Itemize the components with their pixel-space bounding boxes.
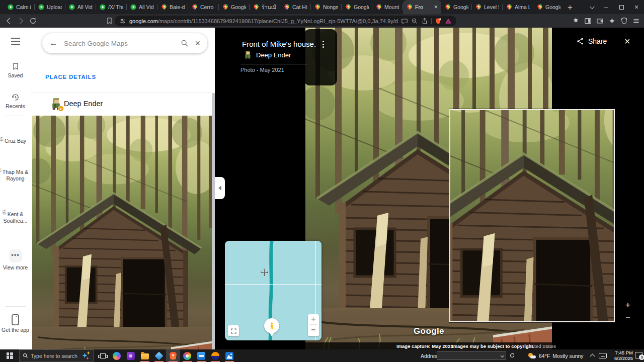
app-icon: [170, 352, 177, 360]
zoom-inset-preview[interactable]: [449, 109, 615, 322]
place-details-tab[interactable]: PLACE DETAILS: [45, 74, 96, 80]
wallet-icon[interactable]: [595, 16, 605, 26]
collapse-panel-button[interactable]: [215, 177, 225, 199]
taskbar-orange-circle-app[interactable]: [208, 349, 222, 362]
browser-tab[interactable]: Fro ×: [403, 0, 441, 14]
more-options-icon[interactable]: [319, 41, 327, 48]
zoom-icon[interactable]: [411, 18, 418, 25]
tab-search-icon[interactable]: [584, 0, 599, 14]
browser-toolbar: google.com/maps/contrib/1153346867949241…: [0, 14, 644, 28]
taskbar-task-view[interactable]: [96, 349, 110, 362]
tab-label: Google: [545, 4, 560, 10]
panel-photo[interactable]: [32, 116, 212, 349]
browser-tab[interactable]: Baie-d' ×: [157, 0, 188, 14]
browser-tab[interactable]: Google ×: [219, 0, 250, 14]
viewer-close-icon[interactable]: ×: [624, 36, 630, 47]
browser-tab[interactable]: Upload ×: [35, 0, 65, 14]
search-icon[interactable]: [181, 39, 189, 47]
brave-shields-icon[interactable]: [435, 18, 442, 25]
photo-zoom-out-button[interactable]: −: [622, 314, 633, 321]
browser-tab[interactable]: Level 90 ×: [472, 0, 503, 14]
chevron-down-icon[interactable]: [501, 354, 504, 357]
notification-center-icon[interactable]: 3: [635, 352, 642, 358]
minimap-zoom-out-button[interactable]: −: [308, 325, 319, 335]
author-row[interactable]: ★ Deep Ender: [31, 93, 212, 116]
shield-icon[interactable]: [619, 16, 629, 26]
rail-get-app[interactable]: Get the app: [0, 314, 31, 333]
back-arrow-icon[interactable]: ←: [49, 38, 58, 48]
leo-ai-icon[interactable]: [607, 16, 617, 26]
browser-tab[interactable]: Google ×: [441, 0, 472, 14]
weather-widget[interactable]: 64°F Mostly sunny: [528, 349, 584, 362]
search-close-icon[interactable]: ×: [195, 39, 200, 48]
sidebar-icon[interactable]: [583, 16, 593, 26]
maps-search-input[interactable]: [64, 40, 175, 47]
taskbar-photos[interactable]: [222, 349, 236, 362]
extensions-icon[interactable]: [571, 16, 581, 26]
tab-close-icon[interactable]: ×: [434, 4, 438, 10]
minimap-zoom-in-button[interactable]: +: [308, 314, 319, 324]
app-icon: [141, 353, 149, 359]
rail-trip[interactable]: 5 Kent & Southea...: [0, 211, 31, 224]
new-tab-button[interactable]: +: [564, 1, 577, 14]
maps-menu-button[interactable]: [0, 38, 31, 46]
back-icon[interactable]: [5, 17, 13, 25]
url-text[interactable]: google.com/maps/contrib/1153346867949241…: [129, 18, 398, 24]
start-button[interactable]: [0, 349, 19, 362]
browser-tab[interactable]: All Vide ×: [65, 0, 96, 14]
site-settings-icon[interactable]: [119, 18, 126, 25]
cast-icon[interactable]: [401, 18, 408, 25]
taskbar-clock[interactable]: 7:45 PM 6/2/2025: [610, 350, 633, 361]
browser-tab[interactable]: Calm in ×: [4, 0, 35, 14]
touch-keyboard-icon[interactable]: [599, 353, 607, 358]
rail-trip[interactable]: 5 Cruz Bay: [0, 138, 31, 144]
taskbar-search-input[interactable]: [31, 353, 77, 359]
minimize-button[interactable]: –: [599, 0, 614, 14]
address-toolbar-input[interactable]: [437, 351, 506, 360]
browser-tab[interactable]: Nongm ×: [311, 0, 342, 14]
browser-tab[interactable]: Google ×: [342, 0, 372, 14]
taskbar-blue-app[interactable]: [194, 349, 208, 362]
rail-recents[interactable]: Recents: [0, 93, 31, 110]
show-hidden-icons-chevron[interactable]: [590, 354, 595, 359]
menu-icon[interactable]: [631, 16, 641, 26]
brave-rewards-icon[interactable]: [445, 18, 452, 25]
pegman-control[interactable]: [263, 318, 280, 338]
reload-icon[interactable]: [29, 17, 37, 25]
bookmark-icon[interactable]: [105, 17, 114, 25]
viewer-author-name[interactable]: Deep Ender: [256, 51, 291, 59]
go-button-icon[interactable]: [509, 352, 515, 358]
rail-saved[interactable]: Saved: [0, 62, 31, 79]
minimap-fullscreen-button[interactable]: [228, 325, 239, 336]
taskbar-file-explorer[interactable]: [138, 349, 152, 362]
taskbar-copilot[interactable]: [110, 349, 124, 362]
browser-tab[interactable]: /X/ Thre ×: [96, 0, 127, 14]
browser-tab[interactable]: Google ×: [533, 0, 564, 14]
browser-tab[interactable]: Cat Hill ×: [280, 0, 311, 14]
app-icon: [155, 351, 164, 360]
taskbar-search[interactable]: [19, 349, 94, 362]
browser-tab[interactable]: Mount ×: [372, 0, 403, 14]
rail-view-more[interactable]: ••• View more: [0, 249, 31, 271]
browser-tab[interactable]: Alma Ll ×: [503, 0, 533, 14]
search-highlights-icon[interactable]: [80, 351, 90, 360]
tab-label: Cerro d: [200, 4, 215, 10]
share-page-icon[interactable]: [421, 18, 428, 25]
browser-tab[interactable]: All Vide ×: [127, 0, 157, 14]
maps-content: Saved Recents 5 Cruz Bay 4 Thap Ma & Ray…: [0, 28, 644, 349]
tab-favicon: [69, 4, 75, 10]
window-close-button[interactable]: ×: [629, 0, 644, 14]
rail-trip[interactable]: 4 Thap Ma & Rayong: [0, 169, 31, 182]
restore-button[interactable]: [614, 0, 629, 14]
taskbar-brave[interactable]: [166, 349, 180, 362]
url-bar[interactable]: google.com/maps/contrib/1153346867949241…: [115, 16, 456, 26]
taskbar-palette-app[interactable]: [180, 349, 194, 362]
browser-tab[interactable]: Cerro d ×: [188, 0, 219, 14]
browser-tab[interactable]: ร้านเมือง ×: [250, 0, 280, 14]
share-button[interactable]: Share: [576, 37, 607, 45]
taskbar-blue-diamond-app[interactable]: [152, 349, 166, 362]
taskbar-purple-app[interactable]: [124, 349, 138, 362]
minimap[interactable]: + −: [225, 241, 321, 340]
photo-zoom-in-button[interactable]: +: [622, 301, 633, 310]
forward-icon[interactable]: [17, 17, 25, 25]
